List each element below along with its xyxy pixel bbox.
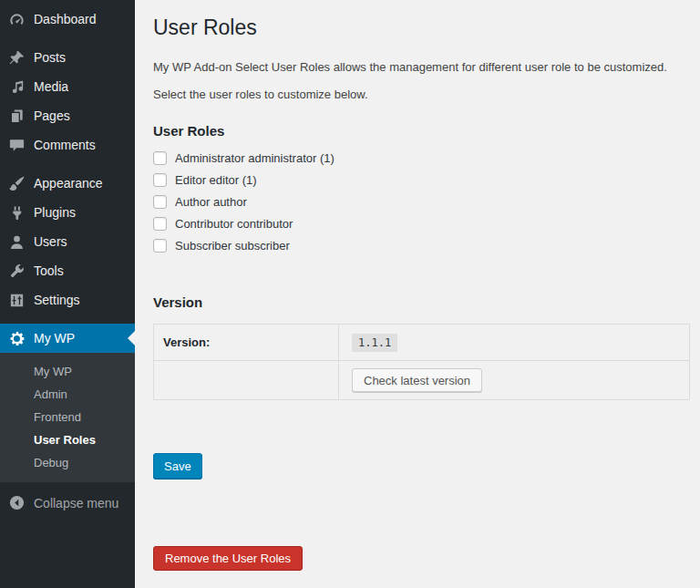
pages-icon [8, 108, 26, 125]
sidebar-item-appearance[interactable]: Appearance [0, 169, 135, 198]
sidebar-item-dashboard[interactable]: Dashboard [0, 5, 135, 34]
role-option-editor: Editor editor (1) [153, 173, 690, 187]
role-option-contributor: Contributor contributor [153, 217, 690, 231]
role-option-administrator: Administrator administrator (1) [153, 151, 690, 165]
role-checkbox-subscriber[interactable] [153, 239, 167, 253]
paintbrush-icon [8, 175, 26, 192]
menu-separator [0, 315, 135, 324]
role-label[interactable]: Administrator administrator (1) [175, 151, 335, 165]
sidebar-item-settings[interactable]: Settings [0, 285, 135, 315]
page-title: User Roles [153, 15, 690, 41]
sidebar-item-users[interactable]: Users [0, 227, 135, 256]
sidebar-item-label: Appearance [34, 176, 103, 191]
table-row: Check latest version [154, 361, 690, 400]
sidebar-item-label: My WP [34, 331, 75, 346]
submenu-item-frontend[interactable]: Frontend [0, 406, 135, 428]
sidebar-item-label: Tools [34, 263, 64, 278]
settings-icon [8, 292, 26, 309]
role-checkbox-contributor[interactable] [153, 217, 167, 231]
version-table: Version: 1.1.1 Check latest version [153, 324, 690, 400]
role-label[interactable]: Contributor contributor [175, 217, 293, 231]
dashboard-icon [8, 11, 26, 28]
table-row: Version: 1.1.1 [154, 325, 690, 361]
sidebar-item-label: Media [34, 79, 68, 94]
sidebar-item-comments[interactable]: Comments [0, 130, 135, 160]
submenu-item-my-wp[interactable]: My WP [0, 360, 135, 383]
sidebar-item-label: Posts [34, 50, 66, 65]
menu-separator [0, 160, 135, 169]
intro-text-2: Select the user roles to customize below… [153, 88, 690, 101]
version-heading: Version [153, 294, 690, 311]
intro-text: My WP Add-on Select User Roles allows th… [153, 60, 690, 74]
remove-user-roles-button[interactable]: Remove the User Roles [153, 546, 303, 571]
submenu-item-debug[interactable]: Debug [0, 451, 135, 474]
wrench-icon [8, 263, 26, 280]
empty-cell [154, 361, 339, 400]
version-value-cell: 1.1.1 [339, 325, 690, 361]
role-label[interactable]: Editor editor (1) [175, 173, 257, 187]
media-icon [8, 78, 26, 96]
admin-sidebar: Dashboard Posts Media Pages Comments App… [0, 0, 135, 588]
sidebar-item-tools[interactable]: Tools [0, 256, 135, 285]
sidebar-item-pages[interactable]: Pages [0, 101, 135, 130]
plugin-icon [8, 204, 26, 222]
sidebar-item-label: Users [34, 234, 67, 249]
role-label[interactable]: Subscriber subscriber [175, 239, 290, 253]
role-label[interactable]: Author author [175, 195, 247, 209]
sidebar-item-label: Dashboard [34, 12, 97, 26]
main-content: User Roles My WP Add-on Select User Role… [135, 0, 700, 588]
save-button[interactable]: Save [153, 453, 202, 479]
role-checkbox-author[interactable] [153, 195, 167, 209]
collapse-menu-label: Collapse menu [34, 496, 118, 511]
role-option-author: Author author [153, 195, 690, 209]
version-value: 1.1.1 [352, 334, 397, 352]
sidebar-item-label: Plugins [34, 205, 76, 220]
submenu-item-user-roles[interactable]: User Roles [0, 428, 135, 451]
pushpin-icon [8, 49, 26, 67]
submenu-item-admin[interactable]: Admin [0, 383, 135, 406]
sidebar-item-posts[interactable]: Posts [0, 43, 135, 72]
sidebar-item-label: Comments [34, 138, 96, 152]
user-roles-heading: User Roles [153, 123, 690, 139]
comments-icon [8, 137, 26, 154]
sidebar-item-label: Pages [34, 108, 70, 123]
check-latest-version-button[interactable]: Check latest version [352, 368, 482, 392]
users-icon [8, 233, 26, 251]
collapse-menu-button[interactable]: Collapse menu [0, 490, 135, 516]
collapse-arrow-icon [8, 494, 26, 511]
role-option-subscriber: Subscriber subscriber [153, 239, 690, 253]
sidebar-item-media[interactable]: Media [0, 72, 135, 101]
role-checkbox-administrator[interactable] [153, 151, 167, 165]
gear-icon [8, 330, 26, 347]
menu-separator [0, 34, 135, 43]
role-checkbox-editor[interactable] [153, 173, 167, 187]
sidebar-item-my-wp[interactable]: My WP [0, 324, 135, 353]
my-wp-submenu: My WP Admin Frontend User Roles Debug [0, 353, 135, 482]
version-row-label: Version: [154, 325, 339, 361]
check-version-cell: Check latest version [339, 361, 690, 400]
sidebar-item-label: Settings [34, 293, 80, 307]
sidebar-item-plugins[interactable]: Plugins [0, 198, 135, 227]
